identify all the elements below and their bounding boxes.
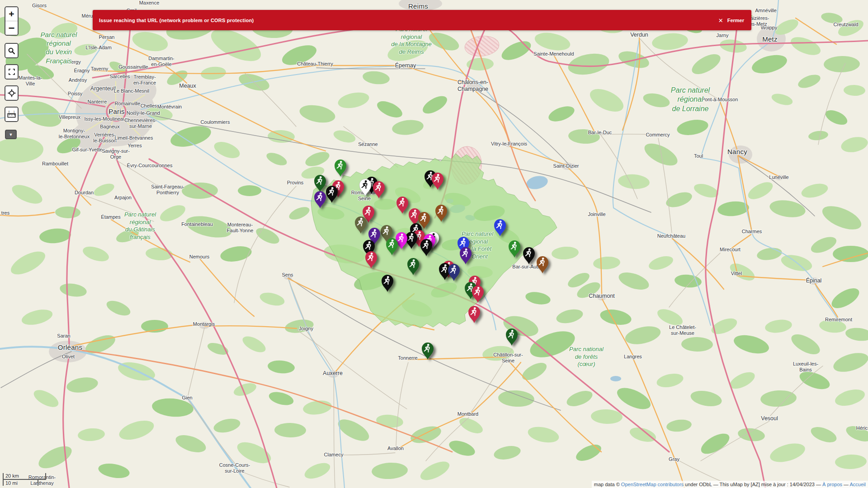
ruler-icon: 0 1 (7, 110, 16, 119)
zoom-in-button[interactable]: + (5, 7, 18, 21)
attrib-text: under ODbL — This uMap by [AZ] mise à jo… (684, 482, 822, 487)
caret-down-icon: ▼ (9, 132, 13, 137)
map-marker-purple[interactable] (458, 246, 473, 265)
close-icon: ✕ (718, 17, 723, 23)
map-marker-red[interactable] (364, 250, 378, 269)
map-marker-blue[interactable] (493, 218, 507, 237)
map-marker-green[interactable] (507, 239, 522, 258)
error-banner: Issue reaching that URL (network problem… (93, 10, 751, 30)
locate-button[interactable] (5, 86, 18, 100)
map-marker-darkgreen[interactable] (406, 257, 420, 276)
search-icon (8, 47, 15, 55)
close-label: Fermer (727, 18, 744, 23)
about-link[interactable]: À propos (822, 482, 842, 487)
measure-button[interactable]: 0 1 (5, 108, 18, 121)
scale-mi: 10 mi (3, 479, 38, 486)
measure-control: 0 1 (5, 107, 19, 122)
home-link[interactable]: Accueil (850, 482, 866, 487)
map-marker-green[interactable] (385, 237, 399, 256)
map-canvas[interactable]: GisorsMaxenceCreilMéruPersanL'Isle-AdamC… (0, 0, 868, 488)
zoom-out-button[interactable]: − (5, 21, 18, 35)
map-marker-black[interactable] (419, 238, 434, 257)
map-marker-brown[interactable] (434, 203, 448, 222)
map-marker-red[interactable] (467, 305, 481, 324)
error-message: Issue reaching that URL (network problem… (99, 18, 254, 23)
svg-text:0: 0 (9, 110, 10, 113)
attrib-text: — (842, 482, 850, 487)
fullscreen-icon (8, 68, 15, 75)
banner-close-button[interactable]: ✕ Fermer (718, 17, 744, 23)
map-marker-olive[interactable] (354, 215, 368, 234)
map-marker-white[interactable] (358, 178, 373, 197)
map-marker-purple[interactable] (313, 190, 327, 209)
attrib-text: map data © (594, 482, 621, 487)
collapse-controls-button[interactable]: ▼ (5, 130, 17, 139)
locate-icon (8, 89, 16, 97)
locate-control (5, 85, 19, 101)
map-marker-black[interactable] (522, 246, 536, 265)
map-marker-navy[interactable] (447, 263, 461, 282)
attribution-bar: map data © OpenStreetMap contributors un… (592, 481, 868, 488)
svg-text:1: 1 (14, 110, 15, 113)
map-marker-red[interactable] (471, 284, 485, 303)
map-marker-darkgreen[interactable] (505, 327, 519, 346)
search-control (5, 43, 19, 58)
zoom-control: + − (5, 6, 19, 36)
map-marker-darkgreen[interactable] (420, 341, 435, 360)
osm-contributors-link[interactable]: OpenStreetMap contributors (621, 482, 684, 487)
map-marker-black[interactable] (380, 273, 395, 292)
map-marker-green[interactable] (333, 158, 348, 177)
fullscreen-control (5, 64, 19, 80)
map-markers (0, 0, 868, 488)
fullscreen-button[interactable] (5, 65, 18, 79)
search-button[interactable] (5, 44, 18, 57)
scale-control: 20 km 10 mi (3, 473, 46, 486)
map-marker-brown[interactable] (535, 255, 550, 274)
map-marker-red[interactable] (430, 171, 445, 190)
map-marker-red[interactable] (372, 180, 386, 199)
